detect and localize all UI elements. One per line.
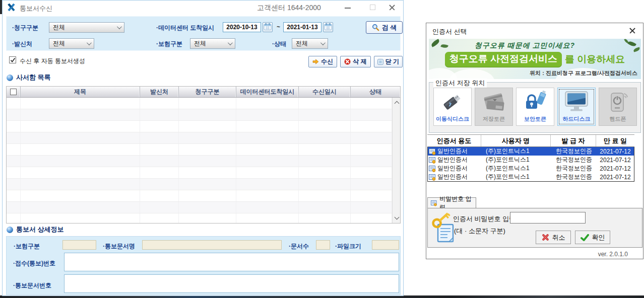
certificate-row[interactable]: 일반인증서 (주)포인트닉스1 한국정보인증 2021-07-12 xyxy=(428,173,634,181)
table-row[interactable] xyxy=(7,121,392,132)
certificate-icon xyxy=(429,157,436,164)
scroll-down-icon[interactable] xyxy=(394,215,399,220)
claim-type-select[interactable]: 전체 xyxy=(49,22,124,33)
insurance-type-select[interactable]: 전체 xyxy=(190,38,235,49)
certificate-password-input[interactable] xyxy=(510,212,586,224)
cert-column-issuer[interactable]: 발 급 자 xyxy=(551,135,596,146)
certificate-table: 인증서 용도 사용자 명 발 급 자 만 료 일 일반인증서 (주)포인트닉스1… xyxy=(427,134,634,182)
column-header-status[interactable]: 상태 xyxy=(351,87,400,97)
receive-button[interactable]: 수신 xyxy=(308,56,337,67)
table-row[interactable] xyxy=(7,179,392,190)
section-bullet-icon xyxy=(7,74,13,81)
banner-location-text: 위치 : 진료비청구 프로그램/사전점검서비스 xyxy=(530,69,637,77)
cancel-button-label: 취소 xyxy=(552,233,565,242)
app-logo-icon xyxy=(7,3,16,12)
certificate-row[interactable]: 일반인증서 (주)포인트닉스1 한국정보인증 2021-07-12 xyxy=(428,164,634,173)
select-all-checkbox[interactable] xyxy=(10,89,17,95)
confirm-button[interactable]: 확인 xyxy=(575,231,610,244)
cert-expiry: 2021-07-12 xyxy=(597,156,634,164)
storage-option-mobile-phone[interactable]: 핸드폰 xyxy=(599,88,637,126)
table-row[interactable] xyxy=(7,213,392,223)
banner-service-suffix: 를 이용하세요 xyxy=(565,53,625,66)
detail-insurance-field[interactable] xyxy=(62,240,96,250)
close-window-button[interactable] xyxy=(383,1,401,15)
search-icon xyxy=(372,24,379,31)
cert-column-purpose[interactable]: 인증서 용도 xyxy=(427,135,481,146)
certificate-icon xyxy=(431,200,437,206)
table-row[interactable] xyxy=(7,132,392,144)
scroll-up-icon[interactable] xyxy=(394,101,399,106)
cancel-x-icon xyxy=(542,234,549,241)
storage-option-storage-token[interactable]: 저장토큰 xyxy=(475,88,513,126)
table-row[interactable] xyxy=(7,144,392,156)
vertical-scrollbar[interactable] xyxy=(392,98,400,223)
column-header-received[interactable]: 수신일시 xyxy=(299,87,351,97)
column-header-sender[interactable]: 발신처 xyxy=(140,87,179,97)
arrow-right-icon xyxy=(312,59,319,64)
date-from-input[interactable]: 2020-10-13 xyxy=(223,22,261,32)
customer-center-text: 고객센터 1644-2000 xyxy=(257,4,321,13)
receipt-number-field[interactable] xyxy=(64,253,399,271)
cert-user: (주)포인트닉스1 xyxy=(482,156,551,164)
certificate-select-dialog: 인증서 선택 청구오류 때문에 고민이세요? 청구오류 사전점검서비스 를 이용… xyxy=(426,23,643,259)
storage-option-label: 하드디스크 xyxy=(558,115,595,123)
cert-user: (주)포인트닉스1 xyxy=(482,173,551,181)
promo-banner[interactable]: 청구오류 때문에 고민이세요? 청구오류 사전점검서비스 를 이용하세요 위치 … xyxy=(429,39,641,79)
table-row[interactable] xyxy=(7,202,392,213)
column-header-claim-type[interactable]: 청구구분 xyxy=(179,87,236,97)
storage-option-removable-disk[interactable]: 이동식디스크 xyxy=(433,88,472,126)
auto-receive-checkbox[interactable] xyxy=(9,56,16,63)
table-row[interactable] xyxy=(7,156,392,167)
calendar-to-button[interactable] xyxy=(323,22,333,32)
notification-receive-window: 통보서수신 고객센터 1644-2000 ·청구구분 전체 ·데이터센터 도착일… xyxy=(2,0,404,296)
calendar-icon xyxy=(324,23,332,31)
delete-x-icon xyxy=(344,58,351,65)
titlebar: 통보서수신 고객센터 1644-2000 xyxy=(3,1,403,15)
delete-button[interactable]: 삭 제 xyxy=(340,56,371,67)
storage-option-hard-disk[interactable]: 하드디스크 xyxy=(557,88,596,126)
status-select[interactable]: 전체 xyxy=(292,38,328,49)
password-panel: 인증서 비밀번호 입력 (대 · 소문자 구분) 취소 확인 xyxy=(427,208,642,248)
dialog-close-button[interactable] xyxy=(626,25,639,36)
maximize-button[interactable] xyxy=(364,1,381,15)
claim-type-label: ·청구구분 xyxy=(12,24,38,32)
search-button[interactable]: 검 색 xyxy=(366,21,403,34)
detail-file-size-field[interactable] xyxy=(372,240,399,250)
table-row[interactable] xyxy=(7,190,392,202)
cert-user: (주)포인트닉스1 xyxy=(482,147,551,156)
cancel-button[interactable]: 취소 xyxy=(536,231,571,244)
search-filter-panel: ·청구구분 전체 ·데이터센터 도착일시 2020-10-13 ~ 2021-0… xyxy=(6,16,401,51)
date-to-input[interactable]: 2021-01-13 xyxy=(283,22,321,32)
cert-column-user[interactable]: 사용자 명 xyxy=(481,135,551,146)
column-header-arrival[interactable]: 데이터센터도착일시 xyxy=(236,87,299,97)
certificate-table-header: 인증서 용도 사용자 명 발 급 자 만 료 일 xyxy=(427,134,634,147)
column-header-title[interactable]: 제목 xyxy=(21,87,140,97)
doc-number-field[interactable] xyxy=(64,274,399,293)
auto-receive-label: 수신 후 자동 통보서생성 xyxy=(20,57,85,65)
sender-value: 전체 xyxy=(53,39,65,48)
storage-option-label: 저장토큰 xyxy=(475,115,512,123)
sender-select[interactable]: 전체 xyxy=(49,38,94,49)
cert-column-expiry[interactable]: 만 료 일 xyxy=(596,135,634,146)
password-tab[interactable]: 비밀번호 입력 xyxy=(427,197,476,208)
certificate-row[interactable]: 일반인증서 (주)포인트닉스1 한국정보인증 2021-07-12 xyxy=(428,156,634,164)
close-button[interactable]: 닫 기 xyxy=(374,56,403,67)
certificate-icon xyxy=(429,174,436,181)
cert-issuer: 한국정보인증 xyxy=(551,164,597,173)
confirm-button-label: 확인 xyxy=(592,233,605,242)
lock-usb-icon xyxy=(522,90,548,115)
mailbox-table: 제목 발신처 청구구분 데이터센터도착일시 수신일시 상태 xyxy=(6,86,401,224)
table-row[interactable] xyxy=(7,109,392,121)
certificate-row-selected[interactable]: 일반인증서 (주)포인트닉스1 한국정보인증 2021-07-12 xyxy=(428,147,634,156)
table-row[interactable] xyxy=(7,98,392,109)
case-sensitive-note: (대 · 소문자 구분) xyxy=(454,227,505,236)
monitor-icon xyxy=(564,90,589,115)
storage-option-security-token[interactable]: 보안토큰 xyxy=(516,88,554,126)
arrival-date-label: ·데이터센터 도착일시 xyxy=(156,24,214,32)
detail-section-header: 통보서 상세정보 xyxy=(7,225,64,234)
table-row[interactable] xyxy=(7,167,392,179)
minimize-button[interactable] xyxy=(339,1,356,15)
detail-doc-count-field[interactable] xyxy=(316,240,330,250)
calendar-from-button[interactable] xyxy=(263,22,273,32)
detail-doc-name-field[interactable] xyxy=(142,240,282,250)
